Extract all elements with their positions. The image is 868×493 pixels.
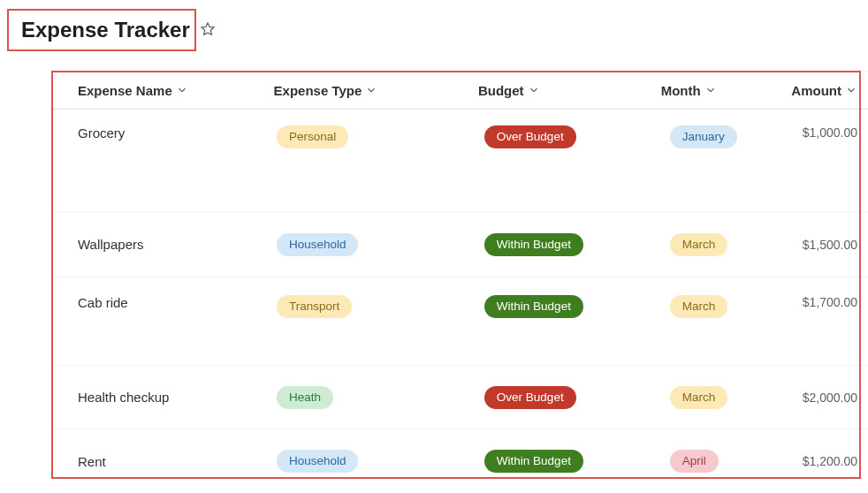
- cell-amount: $1,700.00: [803, 295, 868, 309]
- cell-expense-type: Transport: [277, 295, 484, 318]
- type-badge: Household: [277, 450, 359, 473]
- budget-badge: Within Budget: [484, 233, 583, 256]
- chevron-down-icon: [845, 84, 857, 96]
- cell-budget: Within Budget: [484, 233, 670, 256]
- budget-badge: Within Budget: [484, 295, 583, 318]
- column-header-budget[interactable]: Budget: [478, 83, 661, 98]
- column-header-month[interactable]: Month: [661, 83, 792, 98]
- chevron-down-icon: [528, 84, 540, 96]
- month-badge: January: [670, 125, 737, 148]
- month-badge: March: [670, 386, 728, 409]
- column-header-expense-type[interactable]: Expense Type: [274, 83, 478, 98]
- cell-amount: $1,500.00: [803, 238, 868, 252]
- table-row[interactable]: WallpapersHouseholdWithin BudgetMarch$1,…: [51, 212, 868, 277]
- cell-amount: $1,200.00: [803, 454, 868, 468]
- cell-month: March: [670, 386, 803, 409]
- chevron-down-icon: [704, 84, 717, 96]
- chevron-down-icon: [365, 84, 377, 96]
- cell-budget: Within Budget: [484, 450, 670, 473]
- type-badge: Personal: [277, 125, 348, 148]
- page-title: Expense Tracker: [21, 18, 190, 42]
- cell-expense-name: Wallpapers: [51, 237, 277, 252]
- budget-badge: Over Budget: [484, 386, 576, 409]
- expense-table: Expense Name Expense Type Budget Month: [51, 71, 868, 493]
- column-header-label: Expense Type: [274, 83, 362, 98]
- cell-month: March: [670, 295, 803, 318]
- type-badge: Transport: [277, 295, 352, 318]
- column-header-label: Expense Name: [78, 83, 172, 98]
- cell-expense-type: Household: [277, 450, 484, 473]
- type-badge: Heath: [277, 386, 333, 409]
- table-header-row: Expense Name Expense Type Budget Month: [51, 71, 868, 110]
- type-badge: Household: [277, 233, 359, 256]
- cell-month: April: [670, 450, 803, 473]
- month-badge: April: [670, 450, 719, 473]
- cell-expense-name: Cab ride: [51, 295, 277, 310]
- cell-budget: Over Budget: [484, 125, 670, 148]
- month-badge: March: [670, 233, 728, 256]
- cell-expense-name: Health checkup: [51, 390, 277, 405]
- table-row[interactable]: GroceryPersonalOver BudgetJanuary$1,000.…: [51, 110, 868, 212]
- column-header-label: Month: [661, 83, 701, 98]
- cell-amount: $2,000.00: [803, 391, 868, 405]
- column-header-label: Amount: [791, 83, 841, 98]
- table-row[interactable]: RentHouseholdWithin BudgetApril$1,200.00: [51, 429, 868, 493]
- star-outline-icon: [199, 20, 217, 41]
- cell-expense-type: Heath: [277, 386, 484, 409]
- cell-expense-type: Household: [277, 233, 484, 256]
- cell-budget: Over Budget: [484, 386, 670, 409]
- cell-expense-name: Grocery: [51, 125, 277, 140]
- cell-amount: $1,000.00: [803, 125, 868, 140]
- cell-month: March: [670, 233, 803, 256]
- budget-badge: Over Budget: [484, 125, 576, 148]
- column-header-amount[interactable]: Amount: [791, 83, 868, 98]
- table-row[interactable]: Cab rideTransportWithin BudgetMarch$1,70…: [51, 277, 868, 366]
- cell-budget: Within Budget: [484, 295, 670, 318]
- month-badge: March: [670, 295, 728, 318]
- cell-month: January: [670, 125, 803, 148]
- cell-expense-type: Personal: [277, 125, 484, 148]
- table-row[interactable]: Health checkupHeathOver BudgetMarch$2,00…: [51, 366, 868, 429]
- budget-badge: Within Budget: [484, 450, 583, 473]
- column-header-label: Budget: [478, 83, 524, 98]
- column-header-expense-name[interactable]: Expense Name: [51, 83, 274, 98]
- favorite-star-button[interactable]: [199, 20, 217, 41]
- cell-expense-name: Rent: [51, 454, 277, 469]
- chevron-down-icon: [176, 84, 188, 96]
